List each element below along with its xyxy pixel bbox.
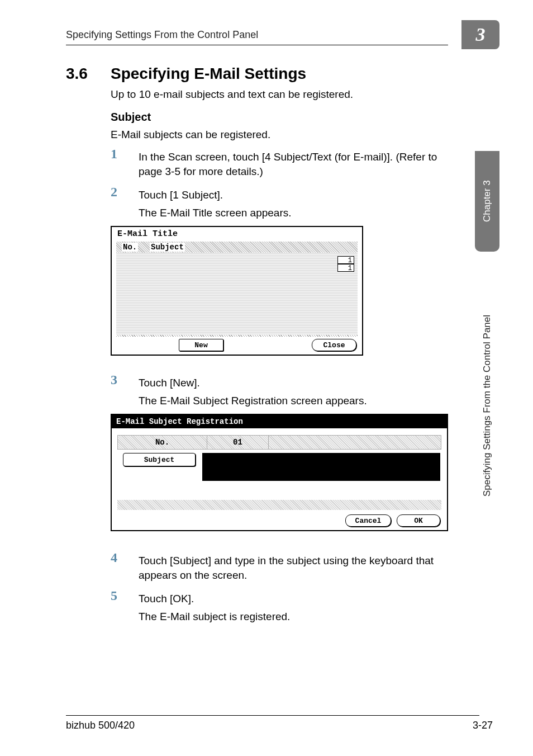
shot1-title: E-Mail Title (117, 229, 178, 239)
step-1-number: 1 (111, 147, 125, 162)
header-rule (66, 45, 448, 45)
subject-intro: E-Mail subjects can be registered. (111, 127, 446, 142)
shot2-no-label: No. (118, 436, 207, 449)
step-2-number: 2 (111, 185, 125, 200)
subject-button[interactable]: Subject (123, 453, 196, 466)
subject-heading: Subject (111, 111, 151, 124)
shot1-page-indicator: 1 1 (337, 256, 354, 272)
side-section-label: Specifying Settings From the Control Pan… (475, 252, 499, 559)
shot2-title-bar: E-Mail Subject Registration (112, 415, 447, 428)
step-3-text: Touch [New]. (139, 376, 451, 390)
footer-model: bizhub 500/420 (66, 720, 135, 731)
step-1-text: In the Scan screen, touch [4 Subject/Tex… (139, 150, 451, 178)
section-title: Specifying E-Mail Settings (111, 65, 306, 83)
cancel-button[interactable]: Cancel (345, 514, 391, 527)
step-3-number: 3 (111, 372, 125, 388)
section-number: 3.6 (66, 65, 88, 83)
shot2-body: No. 01 Subject Cancel OK (112, 428, 447, 530)
shot2-footer-hatch (117, 500, 441, 510)
shot1-header-row: No. Subject (116, 242, 358, 253)
shot1-page-current: 1 (337, 256, 354, 264)
chapter-tab-number: 3 (476, 24, 486, 45)
shot1-footer-hatch (116, 335, 358, 337)
footer-page-number: 3-27 (473, 720, 493, 731)
step-5-text: Touch [OK]. (139, 592, 451, 606)
shot1-col-subject: Subject (150, 243, 185, 252)
step-5-number: 5 (111, 588, 125, 603)
step-3-subtext: The E-Mail Subject Registration screen a… (139, 394, 451, 408)
close-button[interactable]: Close (312, 339, 356, 351)
step-5-subtext: The E-Mail subject is registered. (139, 609, 451, 624)
shot2-title: E-Mail Subject Registration (116, 417, 243, 426)
shot1-page-total: 1 (337, 264, 354, 272)
footer-rule (66, 715, 479, 716)
shot2-no-row: No. 01 (117, 435, 441, 450)
subject-input-box[interactable] (202, 453, 440, 481)
side-chapter-label: Chapter 3 (475, 151, 499, 252)
screenshot-email-title: E-Mail Title No. Subject 1 1 New Close (111, 226, 363, 356)
step-4-number: 4 (111, 550, 125, 565)
side-panel: Chapter 3 Specifying Settings From the C… (475, 151, 499, 559)
ok-button[interactable]: OK (397, 514, 440, 527)
step-4-text: Touch [Subject] and type in the subject … (139, 554, 451, 582)
chapter-tab: 3 (461, 20, 499, 49)
new-button[interactable]: New (179, 339, 223, 351)
step-2-subtext: The E-Mail Title screen appears. (139, 206, 451, 220)
step-2-text: Touch [1 Subject]. (139, 188, 451, 202)
section-intro: Up to 10 e-mail subjects and text can be… (111, 88, 353, 101)
running-head: Specifying Settings From the Control Pan… (66, 29, 258, 41)
screenshot-email-subject-registration: E-Mail Subject Registration No. 01 Subje… (111, 414, 448, 531)
shot2-no-value: 01 (207, 436, 269, 449)
shot1-list-body (116, 253, 358, 334)
shot1-col-no: No. (122, 243, 138, 252)
